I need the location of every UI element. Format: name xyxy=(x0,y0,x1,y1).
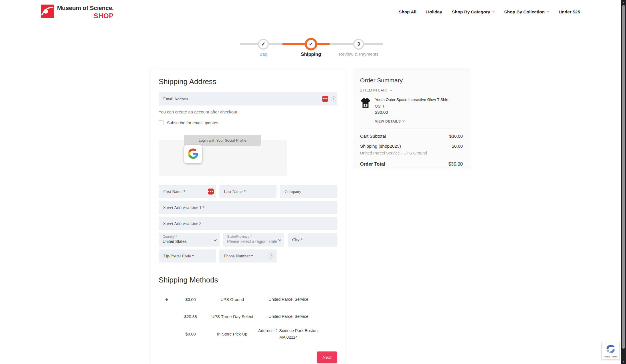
lastpass-icon[interactable]: ●●● xyxy=(322,96,328,102)
email-field-wrap: ●●● i xyxy=(159,92,337,105)
shipping-methods-table: $0.00 UPS Ground United Parcel Service $… xyxy=(159,291,337,343)
last-name-input[interactable] xyxy=(219,185,277,198)
country-value: United States xyxy=(163,239,212,244)
state-select[interactable]: State/Province * Please select a region,… xyxy=(223,233,284,247)
method-name: UPS Three-Day Select xyxy=(207,314,258,319)
method-name: In-Store Pick-Up xyxy=(207,332,258,336)
first-name-input[interactable] xyxy=(159,185,216,198)
step-review-circle: 3 xyxy=(353,39,364,50)
shipping-method-note: United Parcel Service - UPS Ground xyxy=(360,151,463,155)
state-value: Please select a region, state or provinc… xyxy=(227,239,277,244)
info-icon[interactable]: i xyxy=(269,253,274,259)
method-price: $20.88 xyxy=(175,314,207,319)
shipping-address-title: Shipping Address xyxy=(159,77,337,86)
checkmark-icon: ✓ xyxy=(261,42,265,47)
chevron-up-icon xyxy=(390,90,392,92)
last-name-field-wrap xyxy=(219,185,277,198)
info-icon[interactable]: i xyxy=(331,96,336,101)
method-price: $0.00 xyxy=(175,332,207,336)
site-header: Museum of Science. SHOP Shop All Holiday… xyxy=(0,0,621,24)
nav-holiday[interactable]: Holiday xyxy=(426,9,442,15)
shipping-method-row-in-store-pickup[interactable]: $0.00 In-Store Pick-Up Address: 1 Scienc… xyxy=(159,325,337,343)
street-address-1-input[interactable] xyxy=(159,201,337,214)
scrollbar-thumb[interactable] xyxy=(622,5,625,349)
museum-of-science-logo[interactable]: Museum of Science. SHOP xyxy=(41,5,114,19)
scroll-up-arrow[interactable]: ▲ xyxy=(621,0,626,5)
product-thumbnail xyxy=(360,97,371,109)
brand-title: Museum of Science. xyxy=(57,5,114,11)
nav-shop-by-category[interactable]: Shop By Category xyxy=(452,9,494,15)
order-summary-panel: Order Summary 1 ITEM IN CART Youth Outer… xyxy=(353,69,470,168)
zip-postal-code-input[interactable] xyxy=(159,249,216,263)
shipping-method-row-ups-three-day[interactable]: $20.88 UPS Three-Day Select United Parce… xyxy=(159,308,337,325)
cart-count-toggle[interactable]: 1 ITEM IN CART xyxy=(360,88,463,92)
phone-field-wrap: i xyxy=(219,249,277,263)
checkmark-icon: ✓ xyxy=(309,42,313,47)
view-details-toggle[interactable]: VIEW DETAILS xyxy=(375,119,448,123)
product-qty: Qty: 1 xyxy=(375,104,448,108)
nav-shop-by-collection[interactable]: Shop By Collection xyxy=(504,9,549,15)
step-bag-circle[interactable]: ✓ xyxy=(258,39,269,50)
method-carrier: United Parcel Service xyxy=(258,313,319,320)
phone-number-input[interactable] xyxy=(219,249,277,263)
radio-selected[interactable] xyxy=(164,297,164,302)
product-price: $30.00 xyxy=(375,110,448,115)
city-field-wrap xyxy=(288,233,337,247)
first-name-field-wrap: ●●● xyxy=(159,185,216,198)
shipping-form-panel: Shipping Address ●●● i You can create an… xyxy=(151,69,345,364)
state-label: State/Province * xyxy=(227,235,277,239)
step-label-shipping: Shipping xyxy=(301,52,321,57)
step-label-review-payments: Review & Payments xyxy=(339,52,379,57)
scroll-down-arrow[interactable]: ▼ xyxy=(621,359,626,364)
method-price: $0.00 xyxy=(175,297,207,302)
lastpass-icon[interactable]: ●●● xyxy=(208,189,214,195)
subscribe-checkbox[interactable] xyxy=(159,120,163,125)
chevron-down-icon xyxy=(402,119,405,122)
product-name: Youth Outer Space Interactive Glow T-Shi… xyxy=(375,97,448,102)
chevron-down-icon xyxy=(492,10,495,13)
street2-field-wrap xyxy=(159,217,337,230)
logo-atom-icon xyxy=(41,5,54,18)
method-carrier: United Parcel Service xyxy=(258,296,319,303)
account-note: You can create an account after checkout… xyxy=(159,109,337,114)
chevron-down-icon xyxy=(278,238,281,241)
cart-subtotal-row: Cart Subtotal $30.00 xyxy=(360,134,463,139)
email-input[interactable] xyxy=(159,92,337,105)
nav-shop-all[interactable]: Shop All xyxy=(399,9,416,15)
method-name: UPS Ground xyxy=(207,297,258,302)
step-number: 3 xyxy=(358,42,360,47)
shipping-method-row-ups-ground[interactable]: $0.00 UPS Ground United Parcel Service xyxy=(159,291,337,308)
step-label-bag[interactable]: Bag xyxy=(259,52,267,57)
page-scrollbar[interactable]: ▲ ▼ xyxy=(621,0,626,364)
recaptcha-caption: Privacy - Terms xyxy=(604,356,617,358)
divider xyxy=(360,129,463,129)
chevron-down-icon xyxy=(547,10,550,13)
company-field-wrap xyxy=(280,185,337,198)
google-icon xyxy=(188,149,198,160)
radio-unselected[interactable] xyxy=(164,331,164,337)
main-nav: Shop All Holiday Shop By Category Shop B… xyxy=(399,9,580,15)
subscribe-label: Subscribe for email updates xyxy=(167,121,218,125)
social-login-section: Login with Your Social Profile xyxy=(159,135,337,176)
method-carrier: Address: 1 Science Park Boston, MA 02114 xyxy=(258,328,319,341)
recaptcha-badge[interactable]: Privacy - Terms xyxy=(601,342,620,360)
social-login-button[interactable]: Login with Your Social Profile xyxy=(184,135,261,146)
company-input[interactable] xyxy=(280,185,337,198)
shipping-methods-title: Shipping Methods xyxy=(159,276,337,284)
country-label: Country * xyxy=(163,235,212,239)
city-input[interactable] xyxy=(288,233,337,247)
recaptcha-icon xyxy=(606,344,615,355)
country-select[interactable]: Country * United States xyxy=(159,233,220,247)
chevron-down-icon xyxy=(213,238,217,241)
brand-shop-label: SHOP xyxy=(94,13,114,19)
radio-unselected[interactable] xyxy=(164,314,164,319)
street-address-2-input[interactable] xyxy=(159,217,337,230)
nav-under-25[interactable]: Under $25 xyxy=(559,9,580,15)
next-button[interactable]: Next xyxy=(317,351,337,363)
step-shipping-circle: ✓ xyxy=(305,38,317,50)
order-summary-title: Order Summary xyxy=(360,77,463,84)
zip-field-wrap xyxy=(159,249,216,263)
google-login-button[interactable] xyxy=(184,145,202,163)
shipping-total-row: Shipping (shop2025) $0.00 xyxy=(360,144,463,149)
order-total-row: Order Total $30.00 xyxy=(360,161,463,167)
